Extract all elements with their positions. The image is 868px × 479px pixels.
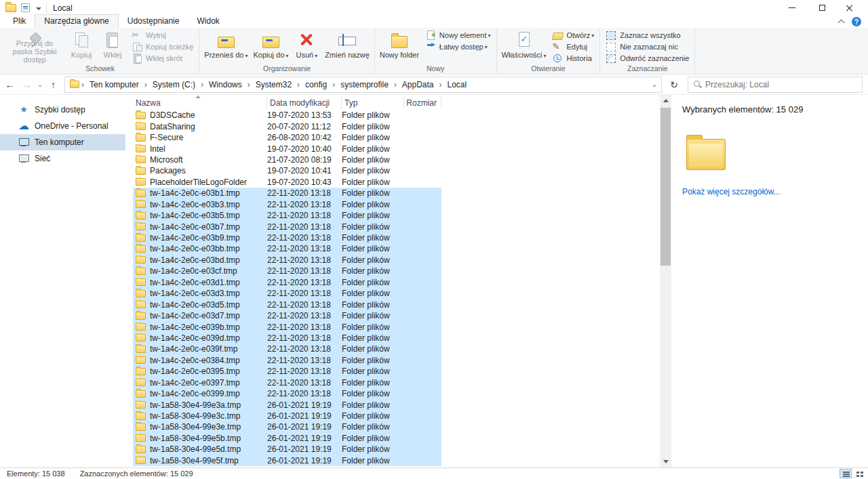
file-row[interactable]: tw-1a4c-2e0c-e03bd.tmp22-11-2020 13:18Fo… <box>133 255 441 266</box>
minimize-button[interactable] <box>776 0 807 16</box>
file-row[interactable]: tw-1a4c-2e0c-e03b7.tmp22-11-2020 13:18Fo… <box>133 221 441 232</box>
file-row[interactable]: tw-1a4c-2e0c-e0399.tmp22-11-2020 13:18Fo… <box>133 388 441 399</box>
recent-locations-chevron-icon[interactable]: ⌄ <box>35 76 45 93</box>
folder-icon <box>136 223 146 230</box>
file-row[interactable]: tw-1a4c-2e0c-e03d7.tmp22-11-2020 13:18Fo… <box>133 310 441 321</box>
file-row[interactable]: tw-1a4c-2e0c-e03d1.tmp22-11-2020 13:18Fo… <box>133 277 441 288</box>
file-row[interactable]: tw-1a4c-2e0c-e039f.tmp22-11-2020 13:18Fo… <box>133 343 441 354</box>
kopiuj-do-button[interactable]: Kopiuj do▾ <box>250 28 291 64</box>
address-field[interactable]: ›Ten komputer›System (C:)›Windows›System… <box>64 77 662 93</box>
breadcrumb-item-windows[interactable]: Windows <box>204 77 247 92</box>
file-row[interactable]: tw-1a58-30e4-99e3a.tmp26-01-2021 19:19Fo… <box>133 399 441 410</box>
file-row[interactable]: Packages19-07-2020 10:41Folder plików <box>133 165 441 176</box>
file-row[interactable]: Microsoft21-07-2020 08:19Folder plików <box>133 154 441 165</box>
file-row[interactable]: DataSharing20-07-2020 11:12Folder plików <box>133 121 441 131</box>
file-row[interactable]: tw-1a4c-2e0c-e03cf.tmp22-11-2020 13:18Fo… <box>133 266 441 276</box>
breadcrumb: ›Ten komputer›System (C:)›Windows›System… <box>81 77 471 92</box>
folder-icon <box>136 312 146 320</box>
otwórz-button[interactable]: Otwórz▾ <box>549 30 597 41</box>
column-header-typ[interactable]: Typ <box>342 96 404 109</box>
scroll-down-icon[interactable] <box>660 456 671 467</box>
tab-udostępnianie[interactable]: Udostępnianie <box>119 15 189 28</box>
file-type: Folder plików <box>342 110 404 120</box>
refresh-icon[interactable]: ↻ <box>666 77 682 93</box>
tab-widok[interactable]: Widok <box>188 15 228 28</box>
edytuj-button[interactable]: Edytuj <box>549 41 597 52</box>
folder-icon <box>136 145 146 152</box>
sidebar-item-szybki-dostęp[interactable]: Szybki dostęp <box>0 102 125 118</box>
breadcrumb-item-system32[interactable]: System32 <box>251 77 296 92</box>
breadcrumb-item-ten-komputer[interactable]: Ten komputer <box>85 77 144 92</box>
file-row[interactable]: Intel19-07-2020 10:40Folder plików <box>133 143 441 154</box>
help-icon[interactable]: ? <box>852 17 861 26</box>
nowy-folder-button[interactable]: Nowy folder <box>377 28 422 64</box>
file-row[interactable]: D3DSCache19-07-2020 13:53Folder plików <box>133 110 441 121</box>
nowy-element-button[interactable]: Nowy element▾ <box>422 30 494 41</box>
titlebar-separator <box>46 3 47 13</box>
file-type: Folder plików <box>342 411 404 421</box>
scroll-up-icon[interactable] <box>660 95 671 106</box>
collapse-ribbon-icon[interactable] <box>838 19 845 24</box>
column-header-rozmiar[interactable]: Rozmiar <box>404 96 441 109</box>
breadcrumb-item-appdata[interactable]: AppData <box>397 77 439 92</box>
file-row[interactable]: tw-1a4c-2e0c-e03d5.tmp22-11-2020 13:18Fo… <box>133 299 441 310</box>
address-dropdown-chevron-icon[interactable]: ⌄ <box>648 81 661 88</box>
folder-icon <box>136 212 146 220</box>
file-row[interactable]: tw-1a58-30e4-99e5d.tmp26-01-2021 19:19Fo… <box>133 444 441 455</box>
przenieś-do-button[interactable]: Przenieś do▾ <box>201 28 250 64</box>
sidebar-item-ten-komputer[interactable]: Ten komputer <box>0 134 125 150</box>
qat-properties-icon[interactable] <box>21 3 30 12</box>
search-input[interactable] <box>705 78 862 91</box>
column-header-nazwa[interactable]: Nazwa <box>133 96 267 109</box>
file-row[interactable]: tw-1a58-30e4-99e5b.tmp26-01-2021 19:19Fo… <box>133 433 441 444</box>
tab-plik[interactable]: Plik <box>4 15 35 28</box>
historia-button[interactable]: Historia <box>549 53 597 64</box>
zmień-nazwę-button[interactable]: Zmień nazwę <box>322 28 372 64</box>
column-header-data-modyfikacji[interactable]: Data modyfikacji <box>267 96 342 109</box>
sidebar-item-sieć[interactable]: Sieć <box>0 150 125 167</box>
maximize-button[interactable] <box>807 0 837 16</box>
file-row[interactable]: tw-1a4c-2e0c-e039b.tmp22-11-2020 13:18Fo… <box>133 321 441 332</box>
details-view-icon[interactable] <box>840 469 852 478</box>
breadcrumb-item-local[interactable]: Local <box>443 77 472 92</box>
łatwy-dostęp-button[interactable]: Łatwy dostęp▾ <box>422 41 494 52</box>
forward-button[interactable]: → <box>18 76 35 93</box>
file-row[interactable]: tw-1a4c-2e0c-e03b5.tmp22-11-2020 13:18Fo… <box>133 210 441 221</box>
close-button[interactable] <box>837 0 868 16</box>
file-row[interactable]: tw-1a4c-2e0c-e03d3.tmp22-11-2020 13:18Fo… <box>133 288 441 299</box>
show-more-details-link[interactable]: Pokaż więcej szczegółów... <box>682 187 857 196</box>
nie-zaznaczaj-nic-button[interactable]: Nie zaznaczaj nic <box>602 41 692 52</box>
selection-summary: Wybranych elementów: 15 029 <box>682 104 857 114</box>
qat-customize-chevron-icon[interactable] <box>35 5 41 12</box>
file-name: tw-1a4c-2e0c-e0399.tmp <box>150 389 240 398</box>
file-date: 20-07-2020 11:12 <box>267 122 342 131</box>
breadcrumb-item-config[interactable]: config <box>300 77 332 92</box>
back-button[interactable]: ← <box>1 76 18 93</box>
vertical-scrollbar[interactable] <box>660 95 671 467</box>
tab-narzędzia-główne[interactable]: Narzędzia główne <box>35 14 118 28</box>
file-row[interactable]: tw-1a4c-2e0c-e039d.tmp22-11-2020 13:18Fo… <box>133 333 441 343</box>
dropdown-arrow-icon: ▾ <box>315 53 317 59</box>
file-row[interactable]: tw-1a4c-2e0c-e03b1.tmp22-11-2020 13:18Fo… <box>133 188 441 199</box>
thumbnails-view-icon[interactable] <box>853 469 865 478</box>
file-row[interactable]: tw-1a58-30e4-99e5f.tmp26-01-2021 19:19Fo… <box>133 455 441 466</box>
file-row[interactable]: tw-1a4c-2e0c-e0397.tmp22-11-2020 13:18Fo… <box>133 377 441 388</box>
file-row[interactable]: tw-1a4c-2e0c-e03b9.tmp22-11-2020 13:18Fo… <box>133 232 441 243</box>
file-row[interactable]: tw-1a4c-2e0c-e0395.tmp22-11-2020 13:18Fo… <box>133 366 441 377</box>
file-row[interactable]: F-Secure26-08-2020 10:42Folder plików <box>133 132 441 143</box>
breadcrumb-item-system-(c-)[interactable]: System (C:) <box>148 77 200 92</box>
file-row[interactable]: tw-1a4c-2e0c-e03b3.tmp22-11-2020 13:18Fo… <box>133 199 441 210</box>
file-row[interactable]: tw-1a4c-2e0c-e0384.tmp22-11-2020 13:18Fo… <box>133 355 441 366</box>
zaznacz-wszystko-button[interactable]: Zaznacz wszystko <box>602 30 692 41</box>
usuń-button[interactable]: Usuń▾ <box>291 28 322 64</box>
file-row[interactable]: PlaceholderTileLogoFolder19-07-2020 10:4… <box>133 177 441 188</box>
sidebar-item-onedrive-personal[interactable]: OneDrive - Personal <box>0 118 125 134</box>
właściwości-button[interactable]: Właściwości▾ <box>499 28 549 64</box>
breadcrumb-item-systemprofile[interactable]: systemprofile <box>336 77 393 92</box>
file-row[interactable]: tw-1a58-30e4-99e3c.tmp26-01-2021 19:19Fo… <box>133 411 441 421</box>
file-row[interactable]: tw-1a58-30e4-99e3e.tmp26-01-2021 19:19Fo… <box>133 421 441 432</box>
file-row[interactable]: tw-1a4c-2e0c-e03bb.tmp22-11-2020 13:18Fo… <box>133 243 441 254</box>
odwróć-zaznaczenie-button[interactable]: Odwróć zaznaczenie <box>602 53 692 64</box>
scrollbar-thumb[interactable] <box>660 108 671 266</box>
up-button[interactable]: ↑ <box>45 76 62 93</box>
